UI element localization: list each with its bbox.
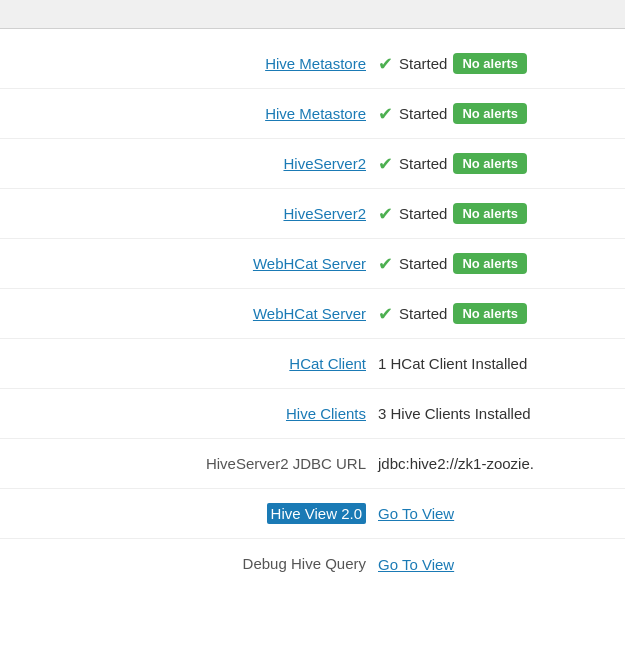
list-item: WebHCat Server✔StartedNo alerts: [0, 289, 625, 339]
row-label-cell: Debug Hive Query: [18, 555, 378, 573]
check-icon: ✔: [378, 203, 393, 225]
list-item: Hive Metastore✔StartedNo alerts: [0, 89, 625, 139]
no-alerts-badge: No alerts: [453, 153, 527, 174]
no-alerts-badge: No alerts: [453, 53, 527, 74]
status-text: Started: [399, 305, 447, 322]
status-text: Started: [399, 105, 447, 122]
no-alerts-badge: No alerts: [453, 303, 527, 324]
check-icon: ✔: [378, 153, 393, 175]
row-label-cell: HiveServer2 JDBC URL: [18, 455, 378, 473]
row-label-text: Debug Hive Query: [243, 555, 366, 572]
row-label-cell: HiveServer2: [18, 155, 378, 173]
service-link[interactable]: WebHCat Server: [253, 305, 366, 322]
list-item: Hive Metastore✔StartedNo alerts: [0, 39, 625, 89]
list-item: Debug Hive QueryGo To View: [0, 539, 625, 589]
row-label-cell: WebHCat Server: [18, 305, 378, 323]
service-link[interactable]: Hive Metastore: [265, 55, 366, 72]
service-link[interactable]: HiveServer2: [283, 155, 366, 172]
row-status-cell: Go To View: [378, 505, 454, 522]
content: Hive Metastore✔StartedNo alertsHive Meta…: [0, 29, 625, 599]
list-item: HiveServer2✔StartedNo alerts: [0, 139, 625, 189]
status-text: 3 Hive Clients Installed: [378, 405, 531, 422]
highlighted-label: Hive View 2.0: [267, 503, 366, 524]
service-link[interactable]: Hive Metastore: [265, 105, 366, 122]
row-status-cell: ✔StartedNo alerts: [378, 303, 527, 325]
service-link[interactable]: Hive Clients: [286, 405, 366, 422]
row-label-cell: Hive Metastore: [18, 105, 378, 123]
list-item: Hive View 2.0Go To View: [0, 489, 625, 539]
row-label-cell: HiveServer2: [18, 205, 378, 223]
list-item: WebHCat Server✔StartedNo alerts: [0, 239, 625, 289]
status-text: 1 HCat Client Installed: [378, 355, 527, 372]
status-text: Started: [399, 55, 447, 72]
check-icon: ✔: [378, 103, 393, 125]
row-label-cell: WebHCat Server: [18, 255, 378, 273]
service-link[interactable]: HiveServer2: [283, 205, 366, 222]
row-status-cell: 1 HCat Client Installed: [378, 355, 527, 372]
row-label-cell: HCat Client: [18, 355, 378, 373]
row-status-cell: 3 Hive Clients Installed: [378, 405, 531, 422]
status-text: Started: [399, 255, 447, 272]
status-text: Started: [399, 155, 447, 172]
row-status-cell: jdbc:hive2://zk1-zoozie.: [378, 455, 534, 472]
service-link[interactable]: HCat Client: [289, 355, 366, 372]
row-status-cell: Go To View: [378, 556, 454, 573]
no-alerts-badge: No alerts: [453, 253, 527, 274]
row-label-cell: Hive View 2.0: [18, 505, 378, 523]
check-icon: ✔: [378, 253, 393, 275]
no-alerts-badge: No alerts: [453, 103, 527, 124]
go-to-view-link[interactable]: Go To View: [378, 556, 454, 573]
row-status-cell: ✔StartedNo alerts: [378, 253, 527, 275]
status-text: jdbc:hive2://zk1-zoozie.: [378, 455, 534, 472]
go-to-view-link[interactable]: Go To View: [378, 505, 454, 522]
row-status-cell: ✔StartedNo alerts: [378, 153, 527, 175]
no-alerts-badge: No alerts: [453, 203, 527, 224]
check-icon: ✔: [378, 303, 393, 325]
row-label-text: HiveServer2 JDBC URL: [206, 455, 366, 472]
list-item: HCat Client1 HCat Client Installed: [0, 339, 625, 389]
status-text: Started: [399, 205, 447, 222]
row-status-cell: ✔StartedNo alerts: [378, 203, 527, 225]
service-link[interactable]: WebHCat Server: [253, 255, 366, 272]
check-icon: ✔: [378, 53, 393, 75]
row-label-cell: Hive Metastore: [18, 55, 378, 73]
row-label-cell: Hive Clients: [18, 405, 378, 423]
list-item: HiveServer2✔StartedNo alerts: [0, 189, 625, 239]
row-status-cell: ✔StartedNo alerts: [378, 103, 527, 125]
header: [0, 0, 625, 29]
list-item: Hive Clients3 Hive Clients Installed: [0, 389, 625, 439]
list-item: HiveServer2 JDBC URLjdbc:hive2://zk1-zoo…: [0, 439, 625, 489]
row-status-cell: ✔StartedNo alerts: [378, 53, 527, 75]
